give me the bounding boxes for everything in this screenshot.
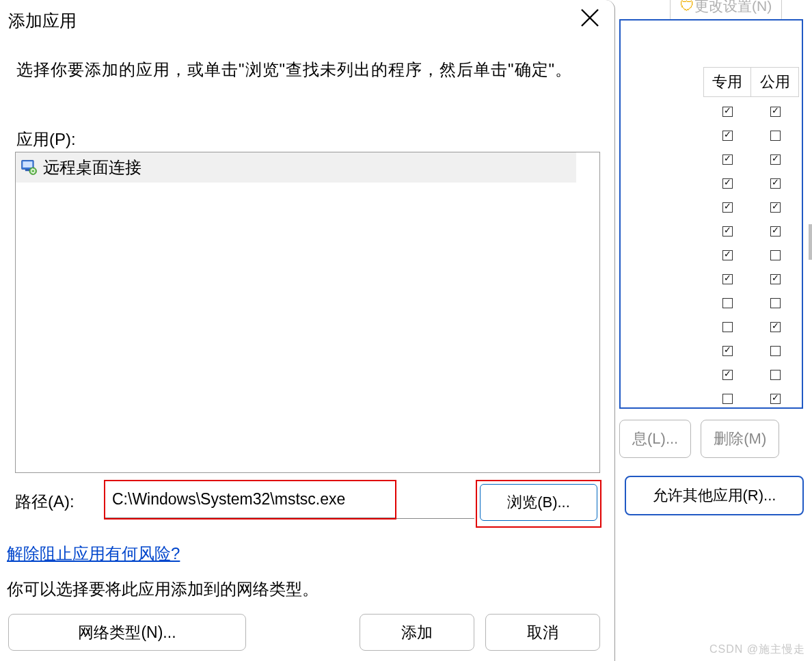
checkbox [770, 107, 781, 117]
checkbox [770, 394, 781, 404]
cancel-button[interactable]: 取消 [485, 614, 600, 651]
browse-highlight: 浏览(B)... [476, 480, 601, 528]
allow-other-app-button[interactable]: 允许其他应用(R)... [625, 476, 804, 515]
checkbox [722, 346, 733, 356]
path-underline [396, 518, 474, 519]
checkbox [722, 107, 733, 117]
table-row [703, 293, 799, 316]
checkbox [722, 250, 733, 260]
checkbox [770, 178, 781, 189]
details-button: 息(L)... [619, 420, 691, 458]
checkbox-rows [703, 101, 799, 412]
table-row [703, 125, 799, 149]
network-type-button[interactable]: 网络类型(N)... [8, 614, 246, 651]
table-row [703, 221, 799, 245]
checkbox [722, 154, 733, 165]
close-icon[interactable] [578, 5, 602, 30]
apps-label: 应用(P): [16, 129, 76, 150]
nettype-instruction: 你可以选择要将此应用添加到的网络类型。 [7, 578, 319, 600]
table-row [703, 364, 799, 388]
apps-listbox[interactable]: 远程桌面连接 [15, 152, 600, 473]
table-row [703, 149, 799, 173]
checkbox [770, 202, 781, 213]
checkbox [722, 202, 733, 213]
checkbox [722, 178, 733, 189]
table-row [703, 388, 799, 412]
rdp-icon [20, 158, 39, 177]
browse-button[interactable]: 浏览(B)... [480, 484, 597, 521]
checkbox [722, 274, 733, 284]
checkbox [770, 131, 781, 141]
checkbox [770, 250, 781, 260]
table-row [703, 340, 799, 364]
add-app-dialog: 添加应用 选择你要添加的应用，或单击"浏览"查找未列出的程序，然后单击"确定"。… [0, 0, 615, 661]
checkbox [770, 226, 781, 237]
svg-point-3 [29, 167, 37, 175]
checkbox [722, 370, 733, 380]
checkbox [770, 346, 781, 356]
checkbox [770, 274, 781, 284]
path-input[interactable] [105, 481, 395, 518]
checkbox [722, 298, 733, 308]
table-row [703, 101, 799, 125]
path-highlight [104, 480, 396, 520]
checkbox [770, 154, 781, 165]
path-label: 路径(A): [15, 491, 75, 513]
column-headers: 专用 公用 [703, 67, 799, 97]
scrollbar-thumb[interactable] [809, 224, 812, 260]
checkbox [722, 322, 733, 332]
instruction-text: 选择你要添加的应用，或单击"浏览"查找未列出的程序，然后单击"确定"。 [16, 59, 572, 81]
app-name: 远程桌面连接 [43, 157, 141, 178]
checkbox [770, 322, 781, 332]
add-button[interactable]: 添加 [360, 614, 474, 651]
table-row [703, 173, 799, 197]
checkbox [770, 370, 781, 380]
checkbox [722, 394, 733, 404]
table-row [703, 269, 799, 293]
header-public: 公用 [751, 67, 799, 97]
checkbox [722, 131, 733, 141]
list-item[interactable]: 远程桌面连接 [16, 152, 576, 183]
risk-link[interactable]: 解除阻止应用有何风险? [7, 543, 180, 565]
checkbox [722, 226, 733, 237]
header-private: 专用 [703, 67, 751, 97]
allowed-apps-panel: 专用 公用 [619, 19, 803, 409]
table-row [703, 197, 799, 221]
watermark: CSDN @施主慢走 [709, 643, 805, 657]
checkbox [770, 298, 781, 308]
svg-rect-1 [23, 161, 32, 167]
table-row [703, 245, 799, 269]
table-row [703, 316, 799, 340]
dialog-title: 添加应用 [8, 10, 77, 32]
delete-button: 删除(M) [701, 420, 779, 458]
